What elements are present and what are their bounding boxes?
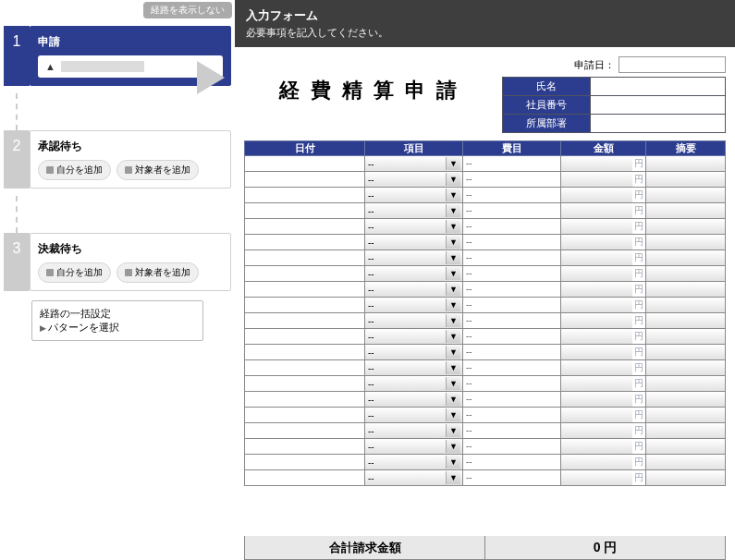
desc-input[interactable]: [646, 219, 725, 234]
item-select[interactable]: --: [365, 423, 462, 438]
amount-input[interactable]: [561, 266, 632, 281]
desc-input[interactable]: [646, 298, 725, 312]
amount-input[interactable]: [561, 345, 632, 359]
desc-input[interactable]: [646, 188, 725, 202]
add-self-button[interactable]: 自分を追加: [38, 262, 111, 283]
amount-input[interactable]: [561, 423, 632, 438]
amount-input[interactable]: [561, 203, 632, 218]
amount-input[interactable]: [561, 439, 632, 454]
item-select[interactable]: --: [365, 313, 462, 328]
cell-date[interactable]: [245, 455, 365, 470]
cell-date[interactable]: [245, 219, 365, 235]
desc-input[interactable]: [646, 282, 725, 297]
amount-input[interactable]: [561, 408, 632, 422]
amount-input[interactable]: [561, 470, 632, 485]
item-select[interactable]: --: [365, 282, 462, 297]
desc-input[interactable]: [646, 172, 725, 187]
item-select[interactable]: --: [365, 360, 462, 375]
desc-input[interactable]: [646, 345, 725, 359]
item-select[interactable]: --: [365, 408, 462, 422]
add-self-button[interactable]: 自分を追加: [38, 160, 111, 180]
item-select[interactable]: --: [365, 345, 462, 359]
item-select[interactable]: --: [365, 392, 462, 407]
desc-input[interactable]: [646, 313, 725, 328]
item-select[interactable]: --: [365, 329, 462, 344]
amount-input[interactable]: [561, 392, 632, 407]
cell-date[interactable]: [245, 250, 365, 266]
desc-input[interactable]: [646, 235, 725, 250]
item-select[interactable]: --: [365, 156, 462, 171]
application-date-input[interactable]: [619, 56, 726, 73]
item-select[interactable]: --: [365, 298, 462, 312]
cell-date[interactable]: [245, 376, 365, 392]
desc-input[interactable]: [646, 423, 725, 438]
cell-date[interactable]: [245, 439, 365, 455]
amount-input[interactable]: [561, 282, 632, 297]
amount-input[interactable]: [561, 250, 632, 265]
item-select[interactable]: --: [365, 203, 462, 218]
total-label: 合計請求金額: [245, 536, 485, 559]
item-select[interactable]: --: [365, 219, 462, 234]
amount-input[interactable]: [561, 360, 632, 375]
meta-value-empno[interactable]: [591, 96, 726, 115]
item-select[interactable]: --: [365, 250, 462, 265]
amount-input[interactable]: [561, 188, 632, 202]
cell-date[interactable]: [245, 329, 365, 345]
cell-date[interactable]: [245, 313, 365, 329]
amount-input[interactable]: [561, 235, 632, 250]
cell-date[interactable]: [245, 392, 365, 408]
desc-input[interactable]: [646, 455, 725, 469]
user-chip[interactable]: ▲: [38, 55, 223, 78]
amount-input[interactable]: [561, 329, 632, 344]
amount-input[interactable]: [561, 455, 632, 469]
hide-route-button[interactable]: 経路を表示しない: [143, 2, 232, 18]
desc-input[interactable]: [646, 203, 725, 218]
user-name-placeholder: [61, 61, 144, 72]
add-target-button[interactable]: 対象者を追加: [116, 160, 199, 180]
desc-input[interactable]: [646, 360, 725, 375]
item-select[interactable]: --: [365, 188, 462, 202]
desc-input[interactable]: [646, 392, 725, 407]
cell-date[interactable]: [245, 298, 365, 313]
cell-date[interactable]: [245, 360, 365, 376]
amount-input[interactable]: [561, 219, 632, 234]
item-select[interactable]: --: [365, 455, 462, 469]
meta-value-name[interactable]: [591, 78, 726, 96]
item-select[interactable]: --: [365, 470, 462, 485]
desc-input[interactable]: [646, 376, 725, 391]
yen-unit: 円: [632, 408, 645, 421]
amount-input[interactable]: [561, 298, 632, 312]
cell-date[interactable]: [245, 266, 365, 282]
expense-display: --: [463, 298, 560, 312]
desc-input[interactable]: [646, 439, 725, 454]
cell-date[interactable]: [245, 203, 365, 219]
amount-input[interactable]: [561, 376, 632, 391]
item-select[interactable]: --: [365, 172, 462, 187]
desc-input[interactable]: [646, 156, 725, 171]
desc-input[interactable]: [646, 250, 725, 265]
cell-date[interactable]: [245, 345, 365, 360]
add-target-button[interactable]: 対象者を追加: [116, 262, 199, 283]
item-select[interactable]: --: [365, 439, 462, 454]
desc-input[interactable]: [646, 470, 725, 485]
cell-date[interactable]: [245, 282, 365, 298]
meta-value-dept[interactable]: [591, 115, 726, 133]
cell-date[interactable]: [245, 408, 365, 423]
desc-input[interactable]: [646, 408, 725, 422]
cell-date[interactable]: [245, 188, 365, 203]
desc-input[interactable]: [646, 329, 725, 344]
item-select[interactable]: --: [365, 235, 462, 250]
item-select[interactable]: --: [365, 376, 462, 391]
cell-date[interactable]: [245, 172, 365, 188]
cell-date[interactable]: [245, 235, 365, 250]
route-batch-box[interactable]: 経路の一括設定 ▶パターンを選択: [31, 300, 203, 341]
amount-input[interactable]: [561, 156, 632, 171]
amount-input[interactable]: [561, 172, 632, 187]
cell-date[interactable]: [245, 470, 365, 486]
cell-expense: --: [463, 470, 561, 486]
amount-input[interactable]: [561, 313, 632, 328]
item-select[interactable]: --: [365, 266, 462, 281]
cell-date[interactable]: [245, 423, 365, 439]
cell-date[interactable]: [245, 156, 365, 172]
desc-input[interactable]: [646, 266, 725, 281]
